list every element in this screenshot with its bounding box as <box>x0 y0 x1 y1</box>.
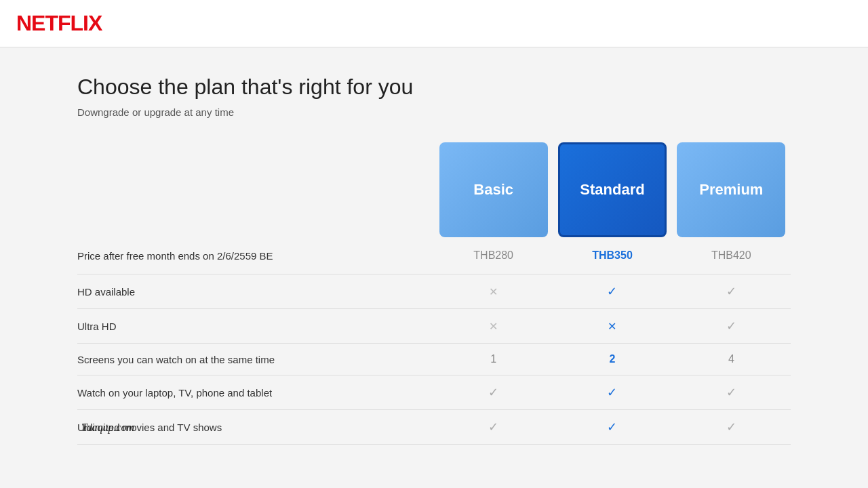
feature-value-2-2: ✓ <box>672 309 791 344</box>
feature-value-4-0: ✓ <box>434 375 553 410</box>
main-content: Choose the plan that's right for you Dow… <box>61 47 807 461</box>
feature-value-4-2: ✓ <box>672 375 791 410</box>
plan-header-standard[interactable]: Standard <box>553 142 671 237</box>
spacer-col <box>77 142 434 237</box>
feature-value-2-0: ✕ <box>434 309 553 344</box>
check-icon: ✓ <box>607 420 617 434</box>
check-icon: ✓ <box>726 285 736 298</box>
feature-row: Watch on your laptop, TV, phone and tabl… <box>77 375 791 410</box>
mixed-val: 2 <box>610 353 616 365</box>
check-icon: ✓ <box>726 420 736 434</box>
feature-row: Price after free month ends on 2/6/2559 … <box>77 237 791 274</box>
feature-label-5: Unlimited movies and TV shows <box>77 410 434 445</box>
plan-header-premium[interactable]: Premium <box>672 142 791 237</box>
page-title: Choose the plan that's right for you <box>77 75 791 100</box>
mixed-val: 1 <box>490 353 496 365</box>
feature-value-5-2: ✓ <box>672 410 791 445</box>
feature-label-1: HD available <box>77 274 434 309</box>
plan-header-basic[interactable]: Basic <box>434 142 553 237</box>
feature-value-5-1: ✓ <box>553 410 671 445</box>
feature-value-3-0: 1 <box>434 344 553 375</box>
feature-value-5-0: ✓ <box>434 410 553 445</box>
feature-row: Screens you can watch on at the same tim… <box>77 344 791 375</box>
subtitle: Downgrade or upgrade at any time <box>77 106 791 118</box>
price-val-2: THB420 <box>711 249 751 261</box>
netflix-logo: NETFLIX <box>16 11 102 35</box>
feature-value-1-1: ✓ <box>553 274 671 309</box>
feature-value-3-1: 2 <box>553 344 671 375</box>
check-icon: ✓ <box>607 386 617 399</box>
price-val-0: THB280 <box>473 249 513 261</box>
feature-value-0-2: THB420 <box>672 237 791 274</box>
mixed-val: 4 <box>728 353 734 365</box>
price-val-1: THB350 <box>592 249 633 261</box>
plan-label-standard: Standard <box>580 181 644 199</box>
feature-row: HD available✕✓✓ <box>77 274 791 309</box>
header: NETFLIX <box>0 0 868 47</box>
feature-label-0: Price after free month ends on 2/6/2559 … <box>77 237 434 274</box>
feature-value-0-1: THB350 <box>553 237 671 274</box>
plan-label-basic: Basic <box>473 181 513 199</box>
plan-card-premium[interactable]: Premium <box>677 142 785 237</box>
check-icon: ✓ <box>726 319 736 333</box>
check-icon: ✓ <box>488 386 498 399</box>
cross-icon: ✕ <box>608 321 616 332</box>
plan-header-row: Basic Standard Premium <box>77 142 791 237</box>
feature-label-2: Ultra HD <box>77 309 434 344</box>
plan-card-standard[interactable]: Standard <box>558 142 667 237</box>
check-icon: ✓ <box>607 285 617 298</box>
feature-value-0-0: THB280 <box>434 237 553 274</box>
feature-label-4: Watch on your laptop, TV, phone and tabl… <box>77 375 434 410</box>
feature-value-4-1: ✓ <box>553 375 671 410</box>
feature-value-3-2: 4 <box>672 344 791 375</box>
feature-value-2-1: ✕ <box>553 309 671 344</box>
feature-row: Ultra HD✕✕✓ <box>77 309 791 344</box>
feature-value-1-2: ✓ <box>672 274 791 309</box>
check-icon: ✓ <box>726 386 736 399</box>
feature-value-1-0: ✕ <box>434 274 553 309</box>
plan-label-premium: Premium <box>699 181 763 199</box>
plan-card-basic[interactable]: Basic <box>439 142 548 237</box>
check-icon: ✓ <box>488 420 498 434</box>
feature-row: Unlimited movies and TV shows✓✓✓ <box>77 410 791 445</box>
cross-icon: ✕ <box>489 321 498 332</box>
cross-icon: ✕ <box>489 286 498 298</box>
plan-table: Basic Standard Premium Price after free … <box>77 142 791 445</box>
feature-label-3: Screens you can watch on at the same tim… <box>77 344 434 375</box>
